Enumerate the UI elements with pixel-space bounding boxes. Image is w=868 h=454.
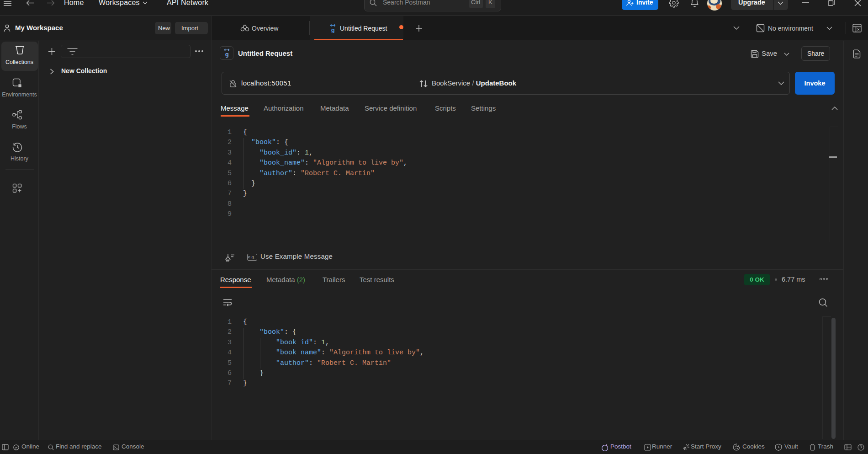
svg-text:g: g (225, 51, 229, 58)
svg-text:g: g (331, 27, 334, 33)
